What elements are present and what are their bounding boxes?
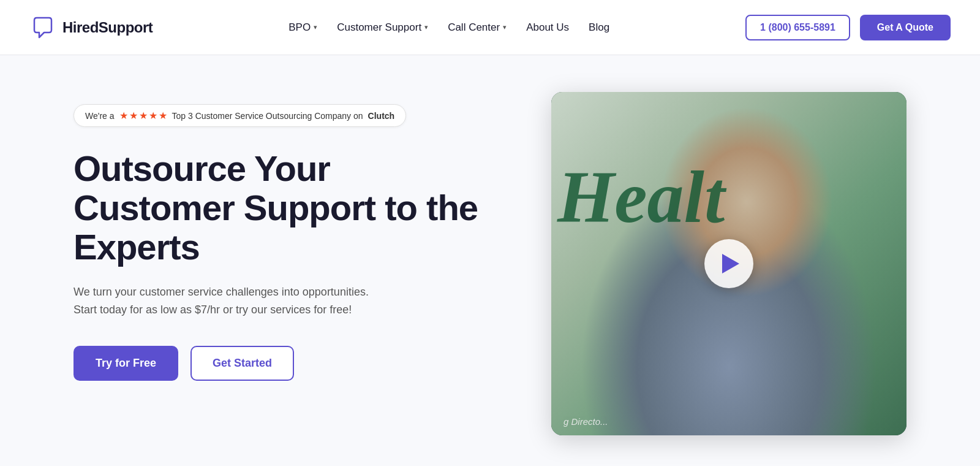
get-quote-button[interactable]: Get A Quote	[860, 15, 951, 40]
hero-content: We're a ★ ★ ★ ★ ★ Top 3 Customer Service…	[74, 92, 490, 381]
nav-item-call-center[interactable]: Call Center ▾	[448, 21, 507, 34]
badge-prefix-text: We're a	[85, 111, 115, 121]
play-icon	[722, 254, 739, 273]
get-started-button[interactable]: Get Started	[190, 346, 294, 381]
try-for-free-button[interactable]: Try for Free	[74, 346, 178, 381]
bpo-chevron-icon: ▾	[314, 23, 317, 31]
nav-item-customer-support[interactable]: Customer Support ▾	[337, 21, 428, 34]
nav-item-blog[interactable]: Blog	[589, 21, 609, 34]
nav-item-about-us[interactable]: About Us	[526, 21, 569, 34]
nav-item-bpo[interactable]: BPO ▾	[288, 21, 317, 34]
video-background-text: Healt	[551, 161, 907, 234]
phone-button[interactable]: 1 (800) 655-5891	[745, 15, 850, 40]
hero-cta-buttons: Try for Free Get Started	[74, 346, 490, 381]
nav-menu: BPO ▾ Customer Support ▾ Call Center ▾ A…	[288, 21, 609, 34]
call-center-chevron-icon: ▾	[503, 23, 507, 31]
video-caption-text: g Directo...	[564, 416, 608, 427]
star-rating: ★ ★ ★ ★ ★	[119, 110, 167, 121]
badge-suffix-text: Top 3 Customer Service Outsourcing Compa…	[172, 111, 363, 121]
navbar: HiredSupport BPO ▾ Customer Support ▾ Ca…	[0, 0, 980, 55]
hero-title: Outsource Your Customer Support to the E…	[74, 149, 490, 266]
hero-subtitle: We turn your customer service challenges…	[74, 283, 392, 319]
star-4: ★	[149, 110, 157, 121]
star-5: ★	[159, 110, 167, 121]
star-3: ★	[139, 110, 148, 121]
play-button[interactable]	[704, 239, 753, 288]
video-thumbnail[interactable]: Healt g Directo...	[551, 92, 907, 435]
star-2: ★	[129, 110, 138, 121]
rating-badge: We're a ★ ★ ★ ★ ★ Top 3 Customer Service…	[74, 104, 406, 127]
badge-brand-name: Clutch	[368, 111, 395, 121]
logo-text: HiredSupport	[62, 19, 153, 36]
hero-video-area: Healt g Directo...	[490, 92, 907, 435]
logo-icon	[29, 14, 56, 41]
hero-section: We're a ★ ★ ★ ★ ★ Top 3 Customer Service…	[0, 55, 980, 466]
navbar-cta-area: 1 (800) 655-5891 Get A Quote	[745, 15, 951, 40]
logo-area[interactable]: HiredSupport	[29, 14, 153, 41]
customer-support-chevron-icon: ▾	[424, 23, 428, 31]
star-1: ★	[119, 110, 128, 121]
